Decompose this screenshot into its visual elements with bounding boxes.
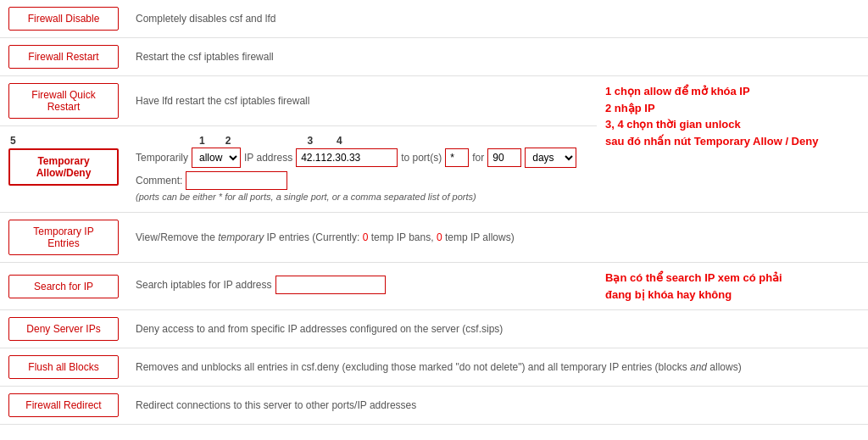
flush-all-blocks-button[interactable]: Flush all Blocks	[8, 355, 119, 379]
allow-deny-select[interactable]: allow deny	[192, 148, 241, 168]
temporary-ip-entries-button[interactable]: Temporary IP Entries	[8, 220, 119, 255]
annotation-main: 1 chọn allow để mở khóa IP 2 nhập IP 3, …	[605, 83, 860, 149]
firewall-redirect-button[interactable]: Firewall Redirect	[8, 393, 119, 417]
firewall-restart-button[interactable]: Firewall Restart	[8, 45, 119, 69]
duration-input[interactable]	[487, 148, 521, 167]
ip-address-input[interactable]	[296, 148, 398, 167]
for-label: for	[472, 152, 484, 164]
firewall-quick-restart-button[interactable]: Firewall Quick Restart	[8, 83, 119, 119]
num-label-4: 4	[337, 135, 342, 147]
firewall-disable-button[interactable]: Firewall Disable	[8, 7, 119, 31]
time-unit-select[interactable]: days hours	[525, 148, 576, 168]
num-label-3: 3	[307, 135, 313, 147]
search-ip-input[interactable]	[275, 276, 386, 294]
deny-server-ips-desc: Deny access to and from specific IP addr…	[136, 323, 503, 335]
firewall-restart-desc: Restart the csf iptables firewall	[136, 51, 274, 63]
comment-input[interactable]	[186, 171, 287, 190]
firewall-quick-restart-desc: Have lfd restart the csf iptables firewa…	[136, 95, 309, 107]
flush-all-blocks-desc: Removes and unblocks all entries in csf.…	[136, 361, 742, 373]
ports-input[interactable]	[445, 148, 469, 167]
num-label-1: 1	[199, 135, 205, 147]
temporary-allow-deny-button[interactable]: Temporary Allow/Deny	[8, 148, 119, 186]
deny-server-ips-button[interactable]: Deny Server IPs	[8, 317, 119, 341]
ip-address-label: IP address	[244, 152, 292, 164]
num-label-2: 2	[225, 135, 231, 147]
temporary-ip-entries-desc: View/Remove the temporary IP entries (Cu…	[136, 231, 515, 243]
annotation-search: Bạn có thể search IP xem có phải đang bị…	[605, 270, 860, 303]
firewall-disable-desc: Completely disables csf and lfd	[136, 13, 275, 25]
to-ports-label: to port(s)	[401, 152, 442, 164]
comment-label: Comment:	[136, 175, 182, 187]
search-ip-label: Search iptables for IP address	[136, 279, 272, 291]
ports-hint: (ports can be either * for all ports, a …	[136, 192, 588, 202]
temporarily-label: Temporarily	[136, 152, 188, 164]
firewall-redirect-desc: Redirect connections to this server to o…	[136, 399, 416, 411]
step5-label: 5	[8, 135, 119, 147]
search-for-ip-button[interactable]: Search for IP	[8, 275, 119, 298]
